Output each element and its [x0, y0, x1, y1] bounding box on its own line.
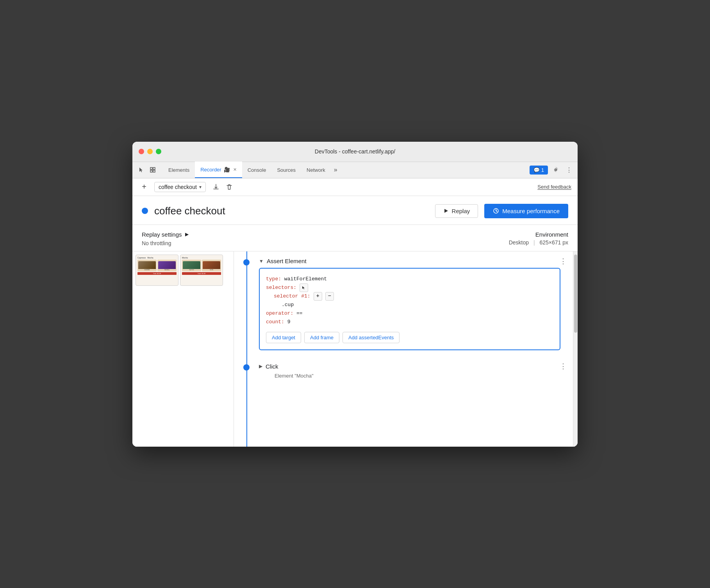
close-button[interactable] — [139, 149, 144, 154]
tab-bar-actions: 💬 1 ⋮ — [530, 164, 574, 175]
throttle-value: No throttling — [142, 240, 189, 246]
step-dot-2 — [243, 364, 250, 371]
click-step-more-button[interactable]: ⋮ — [560, 363, 567, 370]
tab-sources[interactable]: Sources — [271, 162, 301, 178]
pick-selector-icon[interactable] — [300, 283, 308, 292]
assert-element-step: ▼ Assert Element ⋮ type: waitForElement — [234, 251, 573, 357]
steps-column: ▼ Assert Element ⋮ type: waitForElement — [234, 251, 573, 447]
assert-element-expand-icon[interactable]: ▼ — [259, 258, 264, 264]
more-options-button[interactable]: ⋮ — [564, 164, 574, 175]
recorder-toolbar: + coffee checkout ▾ Send feedback — [132, 178, 578, 196]
svg-rect-0 — [150, 167, 152, 169]
svg-marker-4 — [444, 209, 448, 213]
tab-bar: Elements Recorder 🎥 ✕ Console Sources Ne… — [132, 162, 578, 178]
click-step-subtitle: Element "Mocha" — [275, 373, 567, 379]
window-title: DevTools - coffee-cart.netlify.app/ — [315, 148, 395, 155]
replay-settings-section: Replay settings ▶ No throttling — [142, 231, 189, 246]
assert-element-content: ▼ Assert Element ⋮ type: waitForElement — [259, 258, 567, 351]
tab-bar-icons — [136, 164, 158, 175]
screenshot-thumbnail-2[interactable]: Mocha espresso mocha — [180, 255, 223, 286]
recording-title: coffee checkout — [154, 205, 429, 217]
recorder-icon: 🎥 — [224, 167, 230, 173]
assert-action-buttons: Add target Add frame Add assertedEvents — [266, 332, 553, 343]
click-step-content: ▶ Click ⋮ Element "Mocha" — [259, 363, 567, 379]
settings-expand-arrow: ▶ — [185, 232, 189, 237]
maximize-button[interactable] — [156, 149, 161, 154]
assert-element-title: Assert Element — [267, 258, 307, 264]
chevron-down-icon: ▾ — [199, 184, 202, 190]
type-label: type: — [266, 276, 281, 282]
add-target-button[interactable]: Add target — [266, 332, 301, 343]
assert-element-header: ▼ Assert Element ⋮ — [259, 258, 567, 265]
click-step-title: Click — [266, 363, 278, 370]
traffic-lights — [139, 149, 161, 154]
delete-button[interactable] — [224, 182, 235, 192]
selector-number-row: selector #1: + − — [274, 292, 553, 301]
selector-value: .cup — [282, 301, 553, 309]
devtools-body: Elements Recorder 🎥 ✕ Console Sources Ne… — [132, 162, 578, 447]
replay-settings-toggle[interactable]: Replay settings ▶ — [142, 231, 189, 238]
assert-element-box: type: waitForElement selectors: — [259, 268, 560, 351]
add-asserted-events-button[interactable]: Add assertedEvents — [343, 332, 400, 343]
tab-console[interactable]: Console — [242, 162, 272, 178]
tab-elements[interactable]: Elements — [163, 162, 195, 178]
tab-close-icon[interactable]: ✕ — [233, 167, 237, 172]
thumbnail-strip: Capresso Mocha matchlatte blueberry — [136, 255, 230, 286]
svg-rect-1 — [153, 167, 155, 169]
add-selector-button[interactable]: + — [314, 292, 322, 301]
chat-icon: 💬 — [533, 167, 540, 173]
recording-header: coffee checkout Replay Measure performan… — [132, 196, 578, 225]
measure-performance-button[interactable]: Measure performance — [484, 204, 568, 218]
svg-rect-2 — [150, 170, 152, 172]
export-button[interactable] — [211, 182, 221, 192]
selectors-row: selectors: — [266, 283, 553, 292]
steps-area: Capresso Mocha matchlatte blueberry — [132, 251, 578, 447]
environment-value: Desktop | 625×671 px — [509, 239, 568, 246]
add-recording-button[interactable]: + — [139, 182, 150, 192]
toolbar-action-icons — [211, 182, 235, 192]
click-step-header: ▶ Click ⋮ — [259, 363, 567, 370]
minimize-button[interactable] — [147, 149, 153, 154]
scrollbar-thumb[interactable] — [574, 255, 577, 333]
tab-network[interactable]: Network — [301, 162, 331, 178]
send-feedback-link[interactable]: Send feedback — [537, 184, 571, 190]
click-step-expand-icon[interactable]: ▶ — [259, 363, 262, 369]
code-block: type: waitForElement selectors: — [266, 275, 553, 327]
settings-gear-button[interactable] — [550, 164, 561, 175]
tab-recorder[interactable]: Recorder 🎥 ✕ — [195, 162, 242, 178]
tabs: Elements Recorder 🎥 ✕ Console Sources Ne… — [163, 162, 530, 178]
cursor-icon-btn[interactable] — [136, 164, 146, 175]
add-frame-button[interactable]: Add frame — [304, 332, 339, 343]
remove-selector-button[interactable]: − — [325, 292, 334, 301]
thumbnail-panel: Capresso Mocha matchlatte blueberry — [132, 251, 234, 447]
devtools-window: DevTools - coffee-cart.netlify.app/ — [132, 142, 578, 447]
chat-button[interactable]: 💬 1 — [530, 166, 548, 175]
screenshot-thumbnail-1[interactable]: Capresso Mocha matchlatte blueberry — [136, 255, 178, 286]
step-dot-1 — [243, 259, 250, 265]
inspect-icon-btn[interactable] — [147, 164, 158, 175]
svg-rect-3 — [153, 170, 155, 172]
scrollbar[interactable] — [573, 251, 578, 447]
environment-label: Environment — [509, 231, 568, 238]
assert-element-more-button[interactable]: ⋮ — [560, 258, 567, 265]
titlebar: DevTools - coffee-cart.netlify.app/ — [132, 142, 578, 162]
recording-status-dot — [142, 208, 148, 214]
settings-bar: Replay settings ▶ No throttling Environm… — [132, 225, 578, 251]
click-step: ▶ Click ⋮ Element "Mocha" — [234, 356, 573, 385]
recording-selector[interactable]: coffee checkout ▾ — [154, 182, 206, 192]
environment-section: Environment Desktop | 625×671 px — [509, 231, 568, 246]
replay-button[interactable]: Replay — [435, 204, 478, 218]
more-tabs-button[interactable]: » — [331, 166, 341, 173]
